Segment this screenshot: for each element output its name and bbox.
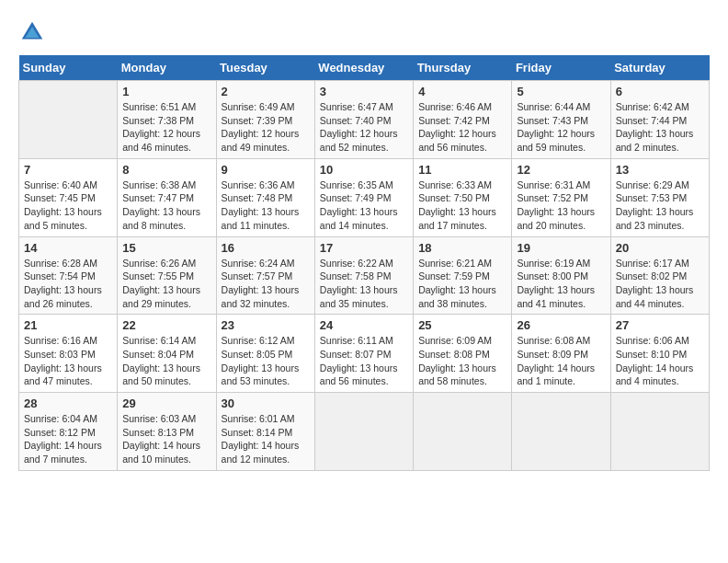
day-number: 27 [616,318,704,332]
day-info: Sunrise: 6:14 AM Sunset: 8:04 PM Dayligh… [122,334,210,388]
calendar-cell: 26Sunrise: 6:08 AM Sunset: 8:09 PM Dayli… [512,315,610,393]
calendar-cell: 23Sunrise: 6:12 AM Sunset: 8:05 PM Dayli… [216,315,314,393]
calendar-cell: 7Sunrise: 6:40 AM Sunset: 7:45 PM Daylig… [19,158,118,236]
calendar-cell: 12Sunrise: 6:31 AM Sunset: 7:52 PM Dayli… [512,158,610,236]
calendar-cell: 9Sunrise: 6:36 AM Sunset: 7:48 PM Daylig… [216,158,314,236]
day-info: Sunrise: 6:51 AM Sunset: 7:38 PM Dayligh… [122,100,210,155]
day-info: Sunrise: 6:46 AM Sunset: 7:42 PM Dayligh… [418,100,506,155]
day-info: Sunrise: 6:09 AM Sunset: 8:08 PM Dayligh… [418,334,506,388]
day-number: 4 [418,85,506,98]
day-number: 29 [122,396,210,410]
day-info: Sunrise: 6:17 AM Sunset: 8:02 PM Dayligh… [616,257,704,311]
day-number: 6 [616,85,704,98]
day-info: Sunrise: 6:03 AM Sunset: 8:13 PM Dayligh… [122,412,210,466]
page-header [18,18,710,46]
calendar-cell [512,393,610,471]
day-number: 14 [24,241,112,255]
day-number: 28 [24,396,112,410]
logo-icon [18,18,46,46]
calendar-week-row: 1Sunrise: 6:51 AM Sunset: 7:38 PM Daylig… [19,81,710,159]
day-number: 13 [616,163,704,177]
day-info: Sunrise: 6:19 AM Sunset: 8:00 PM Dayligh… [517,257,605,311]
calendar-cell: 11Sunrise: 6:33 AM Sunset: 7:50 PM Dayli… [414,158,512,236]
calendar-cell: 17Sunrise: 6:22 AM Sunset: 7:58 PM Dayli… [314,236,413,315]
day-info: Sunrise: 6:44 AM Sunset: 7:43 PM Dayligh… [517,100,605,155]
day-number: 7 [24,163,112,177]
day-info: Sunrise: 6:16 AM Sunset: 8:03 PM Dayligh… [24,334,112,388]
calendar-week-row: 21Sunrise: 6:16 AM Sunset: 8:03 PM Dayli… [19,315,710,393]
calendar-cell: 20Sunrise: 6:17 AM Sunset: 8:02 PM Dayli… [610,236,709,315]
day-info: Sunrise: 6:42 AM Sunset: 7:44 PM Dayligh… [616,100,704,155]
day-info: Sunrise: 6:04 AM Sunset: 8:12 PM Dayligh… [24,412,112,466]
day-number: 22 [122,318,210,332]
day-number: 26 [517,318,605,332]
day-info: Sunrise: 6:49 AM Sunset: 7:39 PM Dayligh… [222,100,310,155]
day-info: Sunrise: 6:22 AM Sunset: 7:58 PM Dayligh… [320,257,408,311]
day-number: 15 [122,241,210,255]
day-number: 12 [517,163,605,177]
weekday-header-sunday: Sunday [19,55,118,81]
day-info: Sunrise: 6:29 AM Sunset: 7:53 PM Dayligh… [616,178,704,233]
day-info: Sunrise: 6:01 AM Sunset: 8:14 PM Dayligh… [222,412,310,466]
calendar-cell: 22Sunrise: 6:14 AM Sunset: 8:04 PM Dayli… [118,315,216,393]
calendar-cell [610,393,709,471]
day-number: 24 [320,318,408,332]
calendar-cell [19,81,118,159]
day-info: Sunrise: 6:36 AM Sunset: 7:48 PM Dayligh… [222,178,310,233]
calendar-week-row: 7Sunrise: 6:40 AM Sunset: 7:45 PM Daylig… [19,158,710,236]
day-info: Sunrise: 6:33 AM Sunset: 7:50 PM Dayligh… [418,178,506,233]
day-info: Sunrise: 6:47 AM Sunset: 7:40 PM Dayligh… [320,100,408,155]
calendar-cell: 10Sunrise: 6:35 AM Sunset: 7:49 PM Dayli… [314,158,413,236]
day-info: Sunrise: 6:12 AM Sunset: 8:05 PM Dayligh… [222,334,310,388]
calendar-cell: 15Sunrise: 6:26 AM Sunset: 7:55 PM Dayli… [118,236,216,315]
day-number: 30 [222,396,310,410]
day-number: 17 [320,241,408,255]
weekday-header-row: SundayMondayTuesdayWednesdayThursdayFrid… [19,55,710,81]
calendar-cell: 16Sunrise: 6:24 AM Sunset: 7:57 PM Dayli… [216,236,314,315]
weekday-header-saturday: Saturday [610,55,709,81]
calendar-cell: 5Sunrise: 6:44 AM Sunset: 7:43 PM Daylig… [512,81,610,159]
calendar-cell: 18Sunrise: 6:21 AM Sunset: 7:59 PM Dayli… [414,236,512,315]
day-info: Sunrise: 6:11 AM Sunset: 8:07 PM Dayligh… [320,334,408,388]
day-info: Sunrise: 6:24 AM Sunset: 7:57 PM Dayligh… [222,257,310,311]
day-number: 18 [418,241,506,255]
calendar-cell: 30Sunrise: 6:01 AM Sunset: 8:14 PM Dayli… [216,393,314,471]
day-number: 5 [517,85,605,98]
calendar-cell: 24Sunrise: 6:11 AM Sunset: 8:07 PM Dayli… [314,315,413,393]
day-number: 9 [222,163,310,177]
day-info: Sunrise: 6:28 AM Sunset: 7:54 PM Dayligh… [24,257,112,311]
calendar-table: SundayMondayTuesdayWednesdayThursdayFrid… [18,55,710,471]
weekday-header-thursday: Thursday [414,55,512,81]
calendar-week-row: 28Sunrise: 6:04 AM Sunset: 8:12 PM Dayli… [19,393,710,471]
calendar-cell: 1Sunrise: 6:51 AM Sunset: 7:38 PM Daylig… [118,81,216,159]
day-number: 3 [320,85,408,98]
day-info: Sunrise: 6:08 AM Sunset: 8:09 PM Dayligh… [517,334,605,388]
calendar-cell: 3Sunrise: 6:47 AM Sunset: 7:40 PM Daylig… [314,81,413,159]
day-info: Sunrise: 6:38 AM Sunset: 7:47 PM Dayligh… [122,178,210,233]
calendar-cell: 4Sunrise: 6:46 AM Sunset: 7:42 PM Daylig… [414,81,512,159]
day-number: 8 [122,163,210,177]
logo [18,18,50,46]
calendar-cell: 8Sunrise: 6:38 AM Sunset: 7:47 PM Daylig… [118,158,216,236]
calendar-cell: 2Sunrise: 6:49 AM Sunset: 7:39 PM Daylig… [216,81,314,159]
day-info: Sunrise: 6:21 AM Sunset: 7:59 PM Dayligh… [418,257,506,311]
day-number: 25 [418,318,506,332]
calendar-cell: 28Sunrise: 6:04 AM Sunset: 8:12 PM Dayli… [19,393,118,471]
day-number: 1 [122,85,210,98]
day-info: Sunrise: 6:06 AM Sunset: 8:10 PM Dayligh… [616,334,704,388]
calendar-cell: 6Sunrise: 6:42 AM Sunset: 7:44 PM Daylig… [610,81,709,159]
calendar-cell: 27Sunrise: 6:06 AM Sunset: 8:10 PM Dayli… [610,315,709,393]
day-number: 16 [222,241,310,255]
day-number: 20 [616,241,704,255]
day-number: 11 [418,163,506,177]
calendar-cell: 13Sunrise: 6:29 AM Sunset: 7:53 PM Dayli… [610,158,709,236]
weekday-header-tuesday: Tuesday [216,55,314,81]
weekday-header-wednesday: Wednesday [314,55,413,81]
day-number: 10 [320,163,408,177]
day-number: 19 [517,241,605,255]
day-info: Sunrise: 6:35 AM Sunset: 7:49 PM Dayligh… [320,178,408,233]
weekday-header-friday: Friday [512,55,610,81]
day-info: Sunrise: 6:26 AM Sunset: 7:55 PM Dayligh… [122,257,210,311]
day-info: Sunrise: 6:40 AM Sunset: 7:45 PM Dayligh… [24,178,112,233]
day-number: 21 [24,318,112,332]
